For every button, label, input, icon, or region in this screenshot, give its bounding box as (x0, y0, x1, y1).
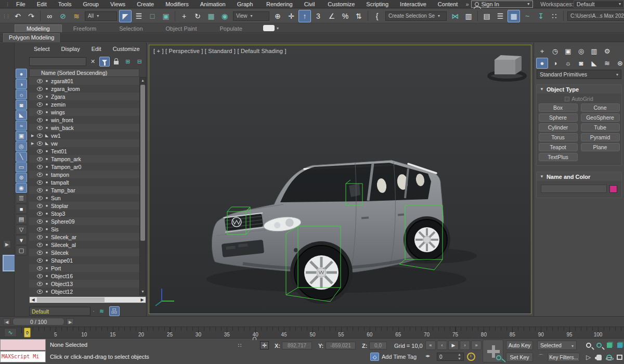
zoom-extents-icon[interactable] (604, 341, 614, 350)
display-spacewarps-icon[interactable]: ≈ (16, 121, 27, 131)
explorer-row[interactable]: ●win_back (29, 124, 139, 132)
visibility-eye-icon[interactable] (37, 235, 43, 239)
ribbon-tab-object-paint[interactable]: Object Paint (154, 25, 209, 32)
visibility-eye-icon[interactable] (37, 243, 43, 247)
visibility-eye-icon[interactable] (37, 173, 43, 177)
object-type-header[interactable]: ▼ Object Type (537, 85, 621, 94)
display-bones-icon[interactable]: ╲ (16, 152, 27, 162)
explorer-row[interactable]: ▶◣vw (29, 139, 139, 147)
prev-frame-icon[interactable]: ◀ (3, 318, 10, 325)
layers-icon[interactable]: ≋ (97, 306, 107, 316)
visibility-eye-icon[interactable] (37, 141, 43, 146)
visibility-eye-icon[interactable] (37, 180, 43, 185)
scrollbar-thumb[interactable] (140, 85, 145, 241)
select-and-place-icon[interactable]: ◉ (218, 10, 231, 22)
menu-create[interactable]: Create (131, 0, 160, 8)
explorer-menu-edit[interactable]: Edit (87, 46, 106, 52)
select-and-manipulate-icon[interactable]: ✛ (285, 10, 297, 22)
menu-views[interactable]: Views (105, 0, 131, 8)
rectangular-selection-icon[interactable]: □ (146, 10, 159, 22)
frame-spinner[interactable]: ▲▼ (458, 353, 461, 361)
explorer-row[interactable]: ●Zgara (29, 93, 139, 100)
lock-icon[interactable] (111, 57, 121, 67)
name-column-header[interactable]: Name (Sorted Descending) (29, 69, 139, 77)
menu-graph-editors[interactable]: Graph Editors (231, 0, 261, 8)
visibility-eye-icon[interactable] (37, 251, 43, 255)
z-field[interactable]: 0,0 (369, 342, 387, 349)
explorer-row[interactable]: ●tampon (29, 171, 139, 178)
maxscript-listener-label[interactable]: MAXScript Mi (0, 351, 46, 362)
maximize-viewport-icon[interactable] (615, 353, 624, 362)
scroll-down-icon[interactable]: ▼ (140, 289, 146, 295)
helpers-category-icon[interactable]: ◣ (588, 58, 600, 69)
x-field[interactable]: 892,717 (282, 342, 312, 349)
pan-icon[interactable] (594, 353, 604, 362)
toggle-layer-explorer-icon[interactable]: ☰ (494, 10, 506, 22)
explorer-row[interactable]: ●zgaralt01 (29, 77, 139, 85)
display-containers-icon[interactable]: ▭ (16, 162, 27, 172)
explorer-row[interactable]: ▶◣vw1 (29, 132, 139, 139)
workspace-dropdown[interactable]: Default ▾ (574, 1, 624, 8)
select-and-link-icon[interactable]: ∞ (43, 10, 56, 22)
explorer-row[interactable]: ●Object12 (29, 288, 139, 295)
motion-tab-icon[interactable]: ◎ (575, 46, 587, 57)
hierarchy-view-icon[interactable]: 品 (109, 306, 120, 316)
visibility-eye-icon[interactable] (37, 188, 43, 192)
filter-icon[interactable]: ▼ (16, 235, 27, 245)
scroll-right-icon[interactable]: ▶ (139, 297, 146, 303)
selection-lock-icon[interactable] (248, 340, 257, 348)
display-shapes-icon[interactable]: ◑ (16, 79, 27, 89)
scroll-up-icon[interactable]: ▲ (140, 77, 146, 84)
explorer-row[interactable]: ●Object13 (29, 280, 139, 288)
object-color-swatch[interactable] (609, 185, 617, 193)
hierarchy-tab-icon[interactable]: ▣ (562, 46, 574, 57)
filter-icon[interactable] (99, 57, 109, 67)
key-step-icons[interactable]: ◂▸ (425, 353, 430, 358)
key-mode-icon[interactable]: ⌒ (538, 353, 544, 361)
dropdown-all[interactable]: All▾ (85, 11, 117, 21)
object-type-cone[interactable]: Cone (581, 103, 620, 112)
explorer-menu-customize[interactable]: Customize (108, 46, 145, 52)
redo-icon[interactable]: ↷ (25, 10, 37, 22)
visibility-eye-icon[interactable] (37, 282, 43, 286)
geometry-category-icon[interactable]: ● (536, 58, 548, 69)
name-color-header[interactable]: ▼ Name and Color (537, 172, 621, 181)
display-geometry-icon[interactable]: ● (16, 69, 27, 79)
explorer-row[interactable]: ●Silecek_al (29, 241, 139, 249)
ribbon-tab-freeform[interactable]: Freeform (62, 25, 108, 32)
object-type-box[interactable]: Box (539, 103, 578, 112)
object-type-textplus[interactable]: TextPlus (539, 153, 578, 161)
display-cameras-icon[interactable]: ◙ (16, 100, 27, 110)
visibility-eye-icon[interactable] (37, 95, 43, 99)
visibility-eye-icon[interactable] (37, 258, 43, 263)
menu-customize[interactable]: Customize (322, 0, 360, 8)
named-selection-sets-icon[interactable]: { (371, 10, 383, 22)
maxscript-mini-listener[interactable] (0, 339, 46, 350)
go-to-end-button[interactable]: » (471, 341, 482, 350)
visibility-eye-icon[interactable] (37, 126, 43, 130)
explorer-row[interactable]: ●Sun (29, 194, 139, 202)
zoom-extents-all-icon[interactable] (615, 341, 624, 350)
menu-civil-view[interactable]: Civil View (298, 0, 322, 8)
render-setup-icon[interactable]: ∷ (548, 10, 561, 22)
explorer-row[interactable]: ●zgara_krom (29, 85, 139, 93)
explorer-row[interactable]: ●Port (29, 264, 139, 272)
collapse-tree-icon[interactable]: ⊟ (135, 57, 145, 67)
layer-dropdown[interactable]: Default (29, 307, 90, 316)
visibility-eye-icon[interactable] (37, 212, 43, 216)
object-type-pyramid[interactable]: Pyramid (581, 133, 620, 141)
display-hidden-icon[interactable]: ◉ (16, 183, 27, 193)
systems-category-icon[interactable]: ⊛ (614, 58, 624, 69)
explorer-row[interactable]: ●Stop3 (29, 210, 139, 217)
select-and-scale-icon[interactable]: ▦ (205, 10, 217, 22)
menu-tools[interactable]: Tools (53, 0, 77, 8)
display-helpers-icon[interactable]: ◣ (16, 110, 27, 120)
explorer-row[interactable]: ●win_front (29, 116, 139, 124)
cameras-category-icon[interactable]: ◙ (575, 58, 587, 69)
percent-snap-icon[interactable]: % (339, 10, 352, 22)
list-view-icon[interactable]: ▤ (16, 214, 27, 224)
visibility-eye-icon[interactable] (37, 274, 43, 278)
visibility-eye-icon[interactable] (37, 290, 43, 294)
schematic-view-icon[interactable]: ↧ (535, 10, 547, 22)
autogrid-checkbox[interactable]: AutoGrid (537, 96, 621, 102)
